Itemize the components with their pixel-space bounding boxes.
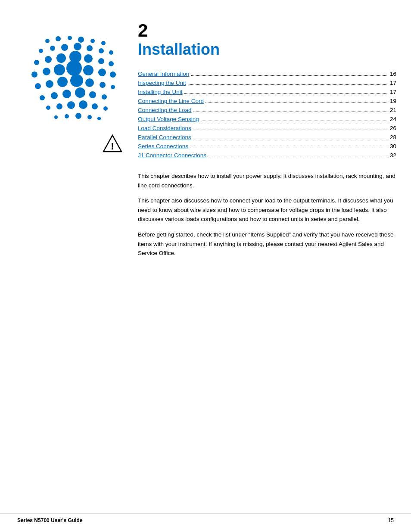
svg-point-31	[85, 78, 94, 87]
toc-page-8: 28	[390, 134, 396, 140]
svg-point-5	[101, 41, 106, 45]
svg-point-29	[57, 77, 68, 87]
svg-point-10	[87, 45, 93, 51]
svg-point-8	[61, 44, 68, 51]
warning-icon: !	[103, 134, 122, 155]
svg-point-47	[65, 114, 69, 118]
toc-dots-7	[193, 130, 388, 130]
toc-link-load-considerations[interactable]: Load Considerations	[138, 125, 191, 131]
toc-section: General Information 16 Inspecting the Un…	[138, 71, 396, 159]
toc-dots-6	[201, 121, 388, 121]
toc-link-general-information[interactable]: General Information	[138, 71, 189, 77]
svg-point-21	[43, 68, 50, 75]
svg-point-35	[51, 92, 58, 99]
svg-point-7	[50, 46, 55, 51]
svg-point-43	[79, 100, 87, 109]
toc-item-3: Installing the Unit 17	[138, 89, 396, 95]
svg-point-19	[109, 61, 114, 66]
svg-point-39	[102, 94, 107, 100]
toc-dots-8	[193, 139, 388, 139]
toc-dots-9	[190, 148, 388, 148]
toc-item-6: Output Voltage Sensing 24	[138, 116, 396, 122]
svg-point-48	[75, 113, 81, 119]
toc-link-parallel-connections[interactable]: Parallel Connections	[138, 134, 191, 140]
toc-item-10: J1 Connector Connections 32	[138, 152, 396, 159]
page-footer: Series N5700 User's Guide 15	[0, 513, 411, 523]
svg-point-38	[89, 91, 96, 98]
footer-series-label: Series N5700 User's Guide	[17, 517, 83, 523]
svg-point-20	[31, 72, 37, 78]
toc-page-2: 17	[390, 80, 396, 86]
toc-dots-5	[193, 112, 388, 112]
svg-point-17	[84, 54, 93, 63]
svg-point-33	[111, 85, 115, 89]
svg-point-18	[98, 58, 104, 64]
toc-page-10: 32	[390, 152, 396, 159]
svg-point-27	[35, 83, 41, 89]
svg-point-50	[97, 117, 101, 120]
svg-point-11	[99, 48, 104, 53]
svg-point-3	[78, 37, 84, 43]
svg-point-1	[56, 36, 61, 41]
toc-link-inspecting-unit[interactable]: Inspecting the Unit	[138, 80, 186, 86]
svg-point-46	[54, 115, 58, 119]
chapter-title: Installation	[138, 40, 396, 59]
svg-point-14	[45, 56, 52, 63]
svg-point-30	[70, 74, 83, 87]
toc-item-5: Connecting the Load 21	[138, 107, 396, 113]
toc-dots-1	[191, 75, 388, 76]
toc-link-installing-unit[interactable]: Installing the Unit	[138, 89, 183, 95]
svg-point-32	[100, 82, 106, 88]
toc-link-series-connections[interactable]: Series Connections	[138, 143, 188, 149]
svg-point-23	[66, 60, 82, 76]
toc-dots-2	[188, 84, 388, 85]
toc-item-1: General Information 16	[138, 71, 396, 77]
toc-dots-10	[208, 157, 388, 157]
svg-point-49	[87, 115, 92, 119]
svg-point-15	[56, 53, 66, 63]
toc-link-connecting-line-cord[interactable]: Connecting the Line Cord	[138, 98, 204, 104]
toc-link-j1-connector[interactable]: J1 Connector Connections	[138, 152, 206, 159]
svg-point-37	[75, 87, 85, 98]
toc-page-7: 26	[390, 125, 396, 131]
svg-point-42	[67, 101, 75, 109]
svg-point-34	[40, 95, 45, 100]
description-para-2: This chapter also discusses how to conne…	[138, 196, 396, 224]
toc-item-2: Inspecting the Unit 17	[138, 80, 396, 86]
toc-item-8: Parallel Connections 28	[138, 134, 396, 140]
toc-page-4: 19	[390, 98, 396, 104]
svg-point-40	[46, 106, 50, 110]
toc-item-9: Series Connections 30	[138, 143, 396, 149]
svg-point-2	[68, 36, 72, 40]
svg-point-41	[56, 103, 62, 109]
svg-point-26	[110, 72, 116, 78]
description-section: This chapter describes how to install yo…	[138, 171, 396, 258]
toc-link-output-voltage-sensing[interactable]: Output Voltage Sensing	[138, 116, 199, 122]
chapter-number: 2	[138, 22, 396, 40]
toc-page-6: 24	[390, 116, 396, 122]
toc-page-5: 21	[390, 107, 396, 113]
svg-point-44	[92, 103, 98, 109]
main-content: 2 Installation General Information 16 In…	[138, 22, 396, 264]
toc-page-1: 16	[390, 71, 396, 77]
svg-point-0	[45, 39, 50, 43]
footer-page-number: 15	[388, 517, 394, 523]
toc-item-7: Load Considerations 26	[138, 125, 396, 131]
toc-page-3: 17	[390, 89, 396, 95]
svg-point-12	[109, 50, 113, 55]
toc-dots-3	[184, 93, 388, 94]
page-container: ! 2 Installation General Information 16 …	[0, 0, 411, 532]
svg-text:!: !	[111, 141, 114, 152]
toc-page-9: 30	[390, 143, 396, 149]
svg-point-22	[54, 64, 65, 75]
description-para-3: Before getting started, check the list u…	[138, 230, 396, 258]
toc-link-connecting-load[interactable]: Connecting the Load	[138, 107, 192, 113]
svg-point-4	[90, 39, 95, 43]
toc-item-4: Connecting the Line Cord 19	[138, 98, 396, 104]
agilent-logo	[13, 17, 125, 129]
svg-point-45	[103, 106, 108, 111]
svg-point-6	[39, 49, 43, 53]
svg-point-25	[98, 68, 106, 76]
description-para-1: This chapter describes how to install yo…	[138, 171, 396, 190]
toc-dots-4	[206, 103, 388, 103]
